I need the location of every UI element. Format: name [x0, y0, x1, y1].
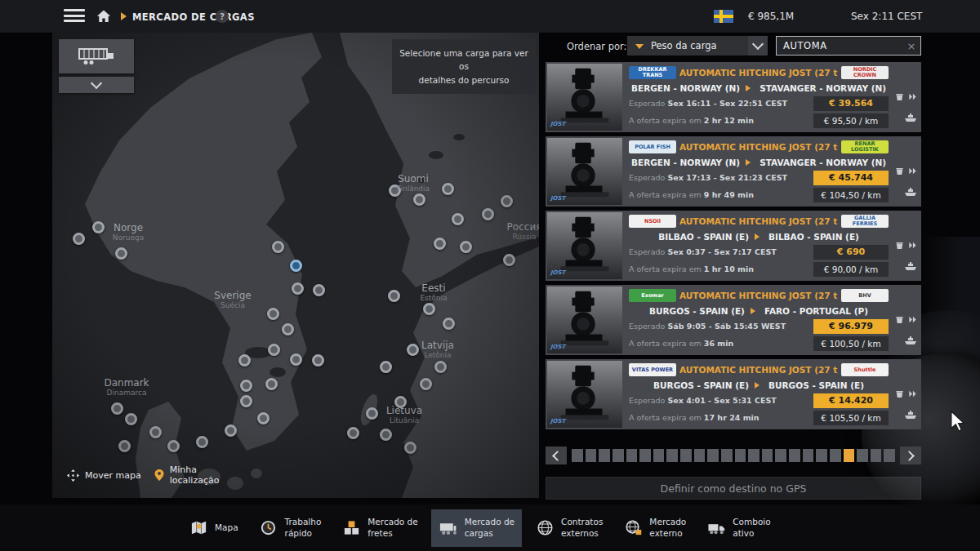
job-marker[interactable] — [482, 208, 494, 220]
cargo-offer-card[interactable]: JOST Exomar AUTOMATIC HITCHING JOST (27 … — [546, 285, 921, 355]
job-marker[interactable] — [111, 402, 123, 415]
trailer-select-button[interactable] — [59, 39, 134, 73]
job-marker[interactable] — [92, 221, 105, 233]
job-marker[interactable] — [394, 396, 407, 408]
pagination-segment[interactable] — [721, 449, 733, 462]
job-marker[interactable] — [434, 361, 447, 373]
receiver-logo: Shuttle — [841, 363, 889, 376]
ferry-icon — [904, 407, 917, 423]
player-location-marker[interactable] — [290, 260, 302, 272]
job-marker[interactable] — [380, 361, 392, 373]
receiver-logo: GALLIA FERRIES — [841, 215, 889, 228]
job-marker[interactable] — [503, 254, 515, 266]
job-marker[interactable] — [434, 238, 446, 250]
pagination-segment[interactable] — [871, 449, 882, 462]
job-marker[interactable] — [115, 247, 127, 260]
pagination-segment[interactable] — [653, 449, 665, 462]
menu-icon[interactable] — [64, 9, 85, 24]
pagination-segment[interactable] — [680, 449, 692, 462]
job-marker[interactable] — [420, 378, 432, 390]
help-icon[interactable]: ? — [216, 10, 229, 23]
job-marker[interactable] — [347, 427, 359, 439]
dropdown-chevron-button[interactable] — [748, 36, 768, 56]
page-prev-button[interactable] — [546, 447, 567, 464]
nav-convoy[interactable]: Comboio ativo — [699, 509, 777, 547]
pagination-segment[interactable] — [612, 449, 624, 462]
pagination-segment[interactable] — [599, 449, 610, 462]
job-marker[interactable] — [404, 442, 416, 454]
pagination-segment[interactable] — [572, 449, 583, 462]
job-marker[interactable] — [268, 344, 280, 356]
nav-freight-market[interactable]: Mercado de fretes — [334, 509, 425, 547]
pagination-segment[interactable] — [789, 449, 800, 462]
pagination-segment[interactable] — [626, 449, 638, 462]
job-marker[interactable] — [265, 378, 278, 390]
map-panel[interactable]: NorgeNoruegaSverigeSuéciaSuomiFinlândiaE… — [52, 33, 539, 498]
pagination-segment[interactable] — [803, 449, 814, 462]
job-marker[interactable] — [292, 282, 304, 295]
nav-map[interactable]: Mapa — [181, 509, 246, 547]
job-marker[interactable] — [460, 241, 472, 253]
job-marker[interactable] — [125, 413, 137, 425]
job-marker[interactable] — [257, 412, 270, 424]
pagination-segment[interactable] — [762, 449, 773, 462]
pagination-segment[interactable] — [707, 449, 719, 462]
trailer-expand-button[interactable] — [59, 77, 134, 93]
pagination-segment[interactable] — [735, 449, 746, 462]
job-marker[interactable] — [442, 183, 454, 195]
nav-cargo-market[interactable]: Mercado de cargas — [431, 509, 522, 547]
pagination-segment[interactable] — [639, 449, 651, 462]
set-gps-destination-button[interactable]: Definir como destino no GPS — [546, 477, 921, 500]
nav-external-contracts[interactable]: Contratos externos — [528, 509, 610, 547]
external-market-icon — [623, 518, 643, 538]
pagination-segment[interactable] — [586, 449, 597, 462]
pagination-segment[interactable] — [857, 449, 868, 462]
clear-search-icon[interactable]: × — [902, 40, 920, 52]
job-marker[interactable] — [167, 440, 180, 452]
job-marker[interactable] — [388, 290, 400, 302]
search-input[interactable]: AUTOMA × — [776, 36, 921, 56]
cargo-offer-card[interactable]: JOST POLAR FISH AUTOMATIC HITCHING JOST … — [546, 136, 921, 207]
job-marker[interactable] — [366, 407, 378, 420]
cargo-offer-card[interactable]: JOST VITAS POWER AUTOMATIC HITCHING JOST… — [546, 359, 921, 429]
job-marker[interactable] — [443, 318, 455, 330]
job-marker[interactable] — [313, 284, 325, 296]
job-marker[interactable] — [501, 195, 513, 207]
sort-dropdown[interactable]: Peso da carga — [627, 36, 768, 56]
job-marker[interactable] — [423, 303, 435, 315]
pagination-segment[interactable] — [666, 449, 678, 462]
pagination-segment[interactable] — [884, 449, 895, 462]
pagination-segment[interactable] — [830, 449, 841, 462]
pagination-segment-active[interactable] — [844, 449, 855, 462]
job-marker[interactable] — [282, 323, 294, 335]
pagination-segment[interactable] — [694, 449, 706, 462]
cargo-offer-card[interactable]: JOST DREKKAR TRANS AUTOMATIC HITCHING JO… — [546, 62, 921, 132]
job-marker[interactable] — [225, 424, 237, 437]
job-marker[interactable] — [272, 241, 284, 253]
job-marker[interactable] — [389, 184, 401, 197]
job-marker[interactable] — [240, 395, 252, 407]
job-marker[interactable] — [267, 308, 279, 320]
pagination-segment[interactable] — [775, 449, 786, 462]
nav-external-market[interactable]: Mercado externo — [616, 509, 693, 547]
job-marker[interactable] — [240, 380, 252, 392]
nav-quick-job[interactable]: Trabalho rápido — [252, 509, 329, 547]
shipper-logo: Exomar — [629, 289, 676, 302]
pagination-segment[interactable] — [748, 449, 760, 462]
job-marker[interactable] — [380, 429, 392, 441]
job-marker[interactable] — [407, 344, 419, 356]
job-marker[interactable] — [149, 426, 162, 438]
job-marker[interactable] — [73, 233, 85, 245]
job-marker[interactable] — [312, 354, 324, 367]
job-marker[interactable] — [452, 213, 464, 225]
pagination-segment[interactable] — [816, 449, 827, 462]
job-marker[interactable] — [413, 193, 425, 206]
job-marker[interactable] — [196, 436, 208, 448]
page-next-button[interactable] — [900, 447, 921, 464]
job-marker[interactable] — [238, 354, 251, 367]
cargo-flags — [892, 136, 921, 207]
job-marker[interactable] — [290, 353, 302, 366]
cargo-offer-card[interactable]: JOST NSOil AUTOMATIC HITCHING JOST (27 t… — [546, 211, 921, 281]
job-marker[interactable] — [118, 440, 131, 452]
home-icon[interactable] — [96, 8, 112, 24]
